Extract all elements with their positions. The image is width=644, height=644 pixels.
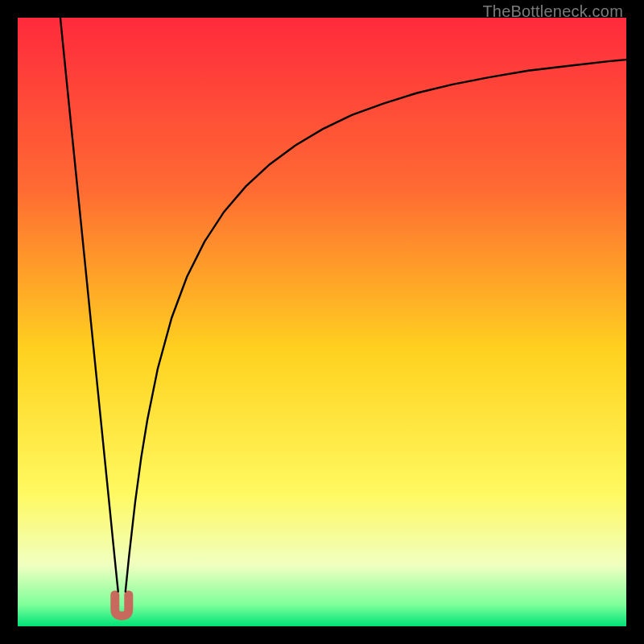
bottleneck-curve-chart (18, 18, 626, 626)
watermark-text: TheBottleneck.com (482, 2, 623, 21)
chart-frame (18, 18, 626, 626)
gradient-background (18, 18, 626, 626)
plot-area (18, 18, 626, 626)
